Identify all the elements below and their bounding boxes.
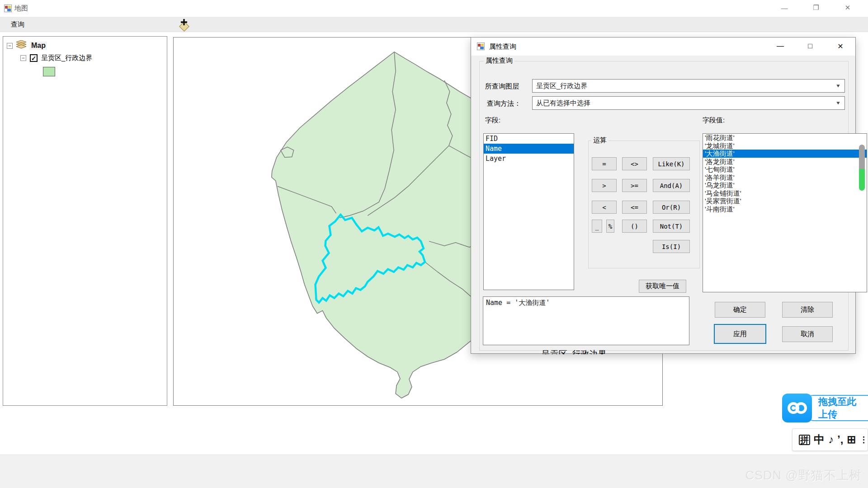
operator-percent-button[interactable]: % (606, 220, 614, 233)
tree-node-map[interactable]: − Map (7, 40, 47, 51)
cancel-button[interactable]: 取消 (782, 326, 833, 342)
operator-lte-button[interactable]: <= (622, 201, 647, 214)
operator-is-button[interactable]: Is(I) (653, 240, 690, 253)
watermark: CSDN @野猫不上树 (745, 467, 862, 483)
chevron-down-icon: ▼ (835, 83, 841, 88)
operator-equals-button[interactable]: = (592, 157, 617, 170)
close-button[interactable]: ✕ (837, 1, 858, 14)
fields-listbox[interactable]: FID Name Layer (483, 133, 574, 290)
attribute-query-dialog: 属性查询 — □ ✕ 属性查询 所查询图层 呈贡区_行政边界 ▼ 查询方法： 从… (471, 37, 856, 354)
values-listbox[interactable]: '雨花街道' '龙城街道' '大渔街道' '洛龙街道' '七甸街道' '洛羊街道… (703, 133, 867, 292)
value-item[interactable]: '马金铺街道' (703, 189, 867, 197)
dialog-close-button[interactable]: ✕ (830, 39, 850, 53)
value-item[interactable]: '龙城街道' (703, 142, 867, 150)
netdisk-logo-icon[interactable] (782, 394, 812, 422)
value-item-selected[interactable]: '大渔街道' (703, 150, 867, 158)
window-title: 地图 (14, 4, 28, 13)
operator-lt-button[interactable]: < (592, 201, 617, 214)
operator-gte-button[interactable]: >= (622, 179, 647, 192)
value-item[interactable]: '洛龙街道' (703, 158, 867, 166)
chevron-down-icon: ▼ (835, 100, 841, 105)
value-item[interactable]: '七甸街道' (703, 165, 867, 174)
method-combobox[interactable]: 从已有选择中选择 ▼ (532, 96, 845, 110)
sql-expression-textbox[interactable]: Name = '大渔街道' (483, 296, 689, 345)
dialog-maximize-button[interactable]: □ (800, 39, 820, 53)
layer-name-label[interactable]: 呈贡区_行政边界 (41, 54, 92, 62)
operator-gt-button[interactable]: > (592, 179, 617, 192)
legend-swatch (43, 67, 55, 76)
values-label: 字段值: (703, 116, 725, 125)
ok-button[interactable]: 确定 (715, 302, 765, 318)
menu-bar: 查询 (0, 17, 868, 32)
operator-parens-button[interactable]: () (622, 220, 647, 233)
dialog-icon (477, 42, 485, 50)
value-item[interactable]: '斗南街道' (703, 205, 867, 213)
ime-sound-icon[interactable]: ♪ (828, 434, 834, 445)
ime-toolbar[interactable]: 拼 中 ♪ ’, ⊞ ⋮ (792, 428, 868, 451)
upload-drop-label[interactable]: 拖拽至此上传 (808, 395, 868, 421)
dialog-minimize-button[interactable]: — (770, 39, 790, 53)
operator-like-button[interactable]: Like(K) (653, 157, 690, 170)
collapse-icon[interactable]: − (7, 43, 13, 49)
value-item[interactable]: '吴家营街道' (703, 197, 867, 205)
get-unique-values-button[interactable]: 获取唯一值 (639, 280, 686, 293)
dialog-titlebar: 属性查询 — □ ✕ (471, 38, 855, 56)
layer-tree-panel: − Map − ✓ 呈贡区_行政边界 (3, 36, 167, 406)
ime-pinyin-icon[interactable]: 拼 (799, 435, 810, 445)
netdisk-upload-widget[interactable]: 拖拽至此上传 (782, 394, 868, 422)
field-item[interactable]: FID (484, 134, 574, 144)
fields-label: 字段: (485, 116, 500, 125)
scroll-indicator[interactable] (859, 145, 865, 191)
full-extent-tool-icon[interactable] (177, 18, 191, 32)
app-icon (4, 5, 12, 12)
method-combobox-value: 从已有选择中选择 (536, 99, 590, 108)
operator-or-button[interactable]: Or(R) (653, 201, 690, 214)
collapse-icon[interactable]: − (20, 55, 26, 61)
layer-visibility-checkbox[interactable]: ✓ (30, 54, 38, 62)
operator-and-button[interactable]: And(A) (653, 179, 690, 192)
operator-notequal-button[interactable]: <> (622, 157, 647, 170)
restore-button[interactable]: ❐ (806, 1, 826, 14)
ime-punctuation-icon[interactable]: ’, (837, 434, 843, 445)
value-item[interactable]: '雨花街道' (703, 134, 867, 142)
operators-group-label: 运算 (591, 136, 609, 145)
ime-emoji-keyboard-icon[interactable]: ⊞ (847, 434, 856, 445)
dialog-title: 属性查询 (489, 42, 516, 51)
ime-chinese-mode-icon[interactable]: 中 (814, 434, 825, 445)
field-item-selected[interactable]: Name (484, 144, 574, 154)
layers-icon (16, 40, 27, 51)
groupbox-label: 属性查询 (484, 56, 514, 65)
layer-select-label: 所查询图层 (485, 82, 519, 91)
field-item[interactable]: Layer (484, 154, 574, 164)
operator-underscore-button[interactable]: _ (592, 220, 602, 233)
method-label: 查询方法： (487, 99, 521, 108)
ime-more-icon[interactable]: ⋮ (859, 436, 868, 444)
tree-root-label[interactable]: Map (30, 42, 47, 50)
scroll-indicator-thumb (859, 169, 865, 191)
apply-button[interactable]: 应用 (714, 324, 766, 344)
operator-not-button[interactable]: Not(T) (653, 220, 690, 233)
minimize-button[interactable]: — (774, 1, 795, 14)
menu-item-query[interactable]: 查询 (6, 19, 29, 30)
main-titlebar: 地图 — ❐ ✕ (0, 0, 868, 17)
layer-select-combobox[interactable]: 呈贡区_行政边界 ▼ (532, 79, 845, 93)
layer-combobox-value: 呈贡区_行政边界 (536, 82, 587, 90)
clipped-bottom-label: 呈贡区_行政边界 (542, 348, 641, 354)
desktop-bottom-strip (0, 455, 868, 488)
clear-button[interactable]: 清除 (782, 302, 833, 318)
tree-node-layer[interactable]: − ✓ 呈贡区_行政边界 (20, 54, 92, 62)
value-item[interactable]: '洛羊街道' (703, 174, 867, 182)
value-item[interactable]: '乌龙街道' (703, 181, 867, 189)
scroll-indicator-track (859, 145, 865, 169)
